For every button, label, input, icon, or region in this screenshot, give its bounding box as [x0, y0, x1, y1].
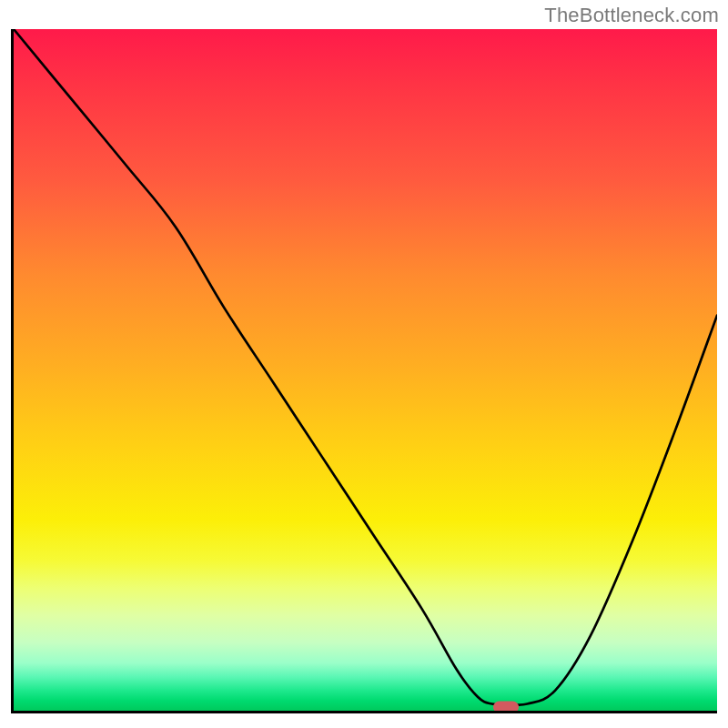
- watermark-text: TheBottleneck.com: [544, 4, 719, 27]
- plot-area: [11, 29, 717, 713]
- optimal-marker: [493, 702, 519, 713]
- chart-container: TheBottleneck.com: [0, 0, 728, 728]
- curve-svg: [14, 29, 717, 711]
- bottleneck-curve: [14, 29, 717, 705]
